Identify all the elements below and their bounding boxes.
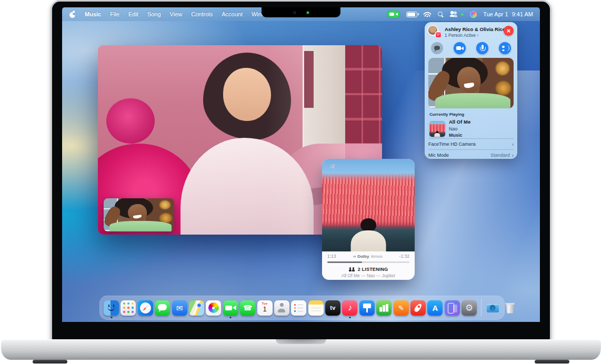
playback-times: 1:13 ◖◗DolbyAtmos -1:32 <box>322 251 415 259</box>
scene-pink-pillow-small <box>106 98 155 144</box>
menu-bar-left: Music File Edit Song View Controls Accou… <box>69 11 293 18</box>
dock-notes[interactable] <box>308 300 324 316</box>
dock-downloads-folder[interactable]: ↓ <box>485 300 500 316</box>
menu-view[interactable]: View <box>170 11 183 17</box>
call-subtitle[interactable]: 1 Person Active › <box>445 33 500 38</box>
album-artwork: ♃ <box>322 159 415 251</box>
thumb-figure-suit <box>434 133 440 137</box>
menu-bar-status: Tue Apr 19:41 AM <box>387 11 533 18</box>
mic-chevron-icon: › <box>512 153 514 158</box>
facetime-running-dot <box>230 317 232 318</box>
download-arrow-icon: ↓ <box>490 305 496 311</box>
battery-icon[interactable] <box>406 12 417 17</box>
subtitle-chevron-icon: › <box>477 33 478 38</box>
mic-mode-selected: Standard <box>490 153 510 158</box>
camera-in-use-indicator[interactable] <box>387 11 400 18</box>
dock-games[interactable] <box>410 300 426 316</box>
shareplay-active-dot <box>461 13 464 16</box>
mic-mode-row[interactable]: Mic Mode Standard› <box>428 149 514 160</box>
dock-finder[interactable] <box>104 300 119 316</box>
base-foot-left <box>33 360 67 363</box>
base-foot-right <box>535 360 569 363</box>
listening-count: 2 LISTENING <box>358 267 388 272</box>
menu-account[interactable]: Account <box>222 11 243 17</box>
dock: ✉ ☎ Tue1 tv ♪ ✎ A ⚙ ↓ <box>99 296 505 320</box>
dock-maps[interactable] <box>189 300 204 316</box>
apple-menu-icon[interactable] <box>69 11 76 18</box>
music-running-dot <box>349 317 350 318</box>
dock-phone[interactable]: ☎ <box>240 300 255 316</box>
progress-fill <box>327 261 362 263</box>
shareplay-player-card[interactable]: ♃ 1:13 ◖◗DolbyAtmos -1:32 2 LISTENING Al… <box>322 159 415 280</box>
call-title: Ashley Rico & Olivia Rico <box>445 26 500 33</box>
music-app-avatar: ♪ <box>435 31 442 38</box>
video-toggle-button[interactable] <box>454 42 466 54</box>
messages-button[interactable] <box>431 42 443 54</box>
desktop-screen: Music File Edit Song View Controls Accou… <box>62 7 540 322</box>
call-names[interactable]: Ashley Rico & Olivia Rico 1 Person Activ… <box>445 26 500 38</box>
camera-chevron-icon: › <box>512 141 514 147</box>
call-avatars: ♪ <box>428 26 442 38</box>
dock-music[interactable]: ♪ <box>342 300 357 316</box>
shareplay-menu-icon[interactable] <box>450 11 458 17</box>
picture-in-picture-tile[interactable] <box>104 198 174 231</box>
dock-launchpad[interactable] <box>121 300 136 316</box>
menu-bar-clock[interactable]: Tue Apr 19:41 AM <box>483 11 533 17</box>
wifi-icon[interactable] <box>424 12 431 17</box>
active-count: 1 Person Active <box>445 33 476 38</box>
currently-playing-label: Currently Playing <box>429 112 513 117</box>
dock-contacts[interactable] <box>274 300 289 316</box>
menu-time: 9:41 AM <box>512 11 533 17</box>
pip-man-shirt <box>109 221 172 231</box>
currently-playing-thumb <box>429 121 445 137</box>
dock-app-store[interactable]: A <box>427 300 443 316</box>
dock-iphone-mirroring[interactable] <box>445 300 460 316</box>
siri-icon[interactable] <box>470 11 477 18</box>
jupiter-logo: ♃ <box>328 163 335 171</box>
music-icon: ♪ <box>348 304 352 312</box>
elapsed-time: 1:13 <box>327 254 336 259</box>
menu-file[interactable]: File <box>110 11 119 17</box>
remote-video-tile[interactable] <box>428 58 514 108</box>
menu-song[interactable]: Song <box>147 11 161 17</box>
dock-safari[interactable] <box>138 300 153 316</box>
song-artist: Nao <box>449 126 470 132</box>
listeners-icon <box>349 267 356 271</box>
dock-reminders[interactable] <box>291 300 306 316</box>
dock-mail[interactable]: ✉ <box>172 300 187 316</box>
app-store-icon: A <box>433 304 438 312</box>
mic-toggle-button[interactable] <box>476 42 488 54</box>
dock-trash[interactable] <box>502 300 517 316</box>
dolby-icon: ◖◗ <box>353 254 356 259</box>
end-call-button[interactable]: × <box>504 26 514 36</box>
apple-logo-body <box>69 12 75 18</box>
album-art-figure-suit <box>351 230 386 251</box>
currently-playing-row[interactable]: All Of Me Nao Music <box>428 119 514 138</box>
calendar-day: 1 <box>257 305 273 313</box>
spotlight-search-icon[interactable] <box>437 11 444 17</box>
progress-bar[interactable] <box>327 261 409 263</box>
dock-apple-tv[interactable]: tv <box>325 300 340 316</box>
dock-facetime[interactable] <box>223 300 238 316</box>
menu-controls[interactable]: Controls <box>191 11 213 17</box>
facetime-call-widget[interactable]: ♪ Ashley Rico & Olivia Rico 1 Person Act… <box>425 22 517 159</box>
song-title: All Of Me <box>449 119 470 126</box>
dock-messages[interactable] <box>155 300 170 316</box>
currently-playing-texts: All Of Me Nao Music <box>449 119 470 138</box>
mail-icon: ✉ <box>176 304 183 312</box>
shareplay-button[interactable] <box>499 42 511 54</box>
dock-photos[interactable] <box>206 300 221 316</box>
menu-edit[interactable]: Edit <box>128 11 138 17</box>
dock-calendar[interactable]: Tue1 <box>257 300 273 316</box>
lid-scoop-notch <box>276 339 326 344</box>
dock-numbers[interactable] <box>376 300 392 316</box>
dock-pages[interactable]: ✎ <box>394 300 409 316</box>
phone-icon: ☎ <box>243 304 252 311</box>
finder-running-dot <box>111 317 112 318</box>
camera-row[interactable]: FaceTime HD Camera › <box>428 138 514 149</box>
dolby-atmos-badge: ◖◗DolbyAtmos <box>353 254 383 259</box>
mic-mode-label: Mic Mode <box>428 153 449 158</box>
menu-app-name[interactable]: Music <box>85 11 101 17</box>
dock-system-settings[interactable]: ⚙ <box>461 300 477 316</box>
dock-keynote[interactable] <box>359 300 375 316</box>
